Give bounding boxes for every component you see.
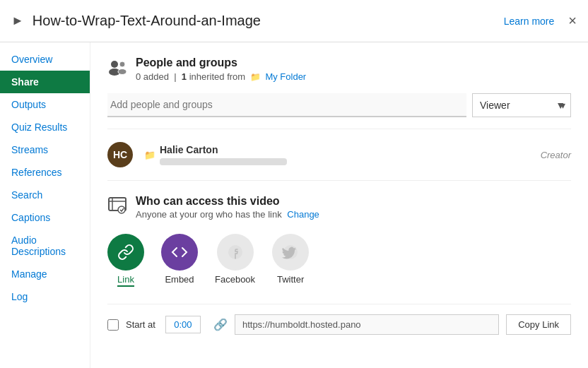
share-twitter-button[interactable]: Twitter — [272, 234, 309, 287]
embed-label: Embed — [165, 274, 194, 285]
sidebar-item-log[interactable]: Log — [0, 285, 90, 308]
sidebar: Overview Share Outputs Quiz Results Stre… — [0, 42, 90, 368]
user-folder-icon: 📁 — [144, 150, 155, 160]
divider-2 — [107, 180, 571, 181]
twitter-label: Twitter — [277, 274, 304, 285]
access-text: Who can access this video Anyone at your… — [136, 195, 319, 220]
access-change-link[interactable]: Change — [287, 209, 319, 220]
sidebar-item-quiz-results[interactable]: Quiz Results — [0, 116, 90, 138]
sidebar-item-audio-descriptions[interactable]: Audio Descriptions — [0, 229, 90, 263]
share-link-button[interactable]: Link — [107, 234, 144, 287]
user-name: Halie Carton — [160, 144, 541, 155]
page-title: How-to-Wrap-Text-Around-an-Image — [33, 13, 504, 29]
svg-point-2 — [119, 61, 125, 67]
svg-point-7 — [118, 206, 125, 213]
share-embed-button[interactable]: Embed — [161, 234, 198, 287]
avatar: HC — [107, 142, 133, 167]
people-header: People and groups 0 added | 1 inherited … — [107, 57, 571, 82]
sidebar-item-streams[interactable]: Streams — [0, 138, 90, 161]
share-facebook-button[interactable]: Facebook — [215, 234, 255, 287]
facebook-label: Facebook — [215, 274, 255, 285]
start-at-label: Start at — [126, 319, 155, 330]
main-content: People and groups 0 added | 1 inherited … — [90, 42, 588, 368]
add-people-row: Viewer Editor Creator ▼ — [107, 93, 571, 117]
folder-link[interactable]: My Folder — [265, 71, 306, 82]
twitter-icon-button[interactable] — [272, 234, 309, 271]
embed-icon-button[interactable] — [161, 234, 198, 271]
viewer-wrapper: Viewer Editor Creator ▼ — [472, 93, 571, 117]
header: ► How-to-Wrap-Text-Around-an-Image Learn… — [0, 0, 588, 42]
facebook-icon-button[interactable] — [217, 234, 254, 271]
people-title: People and groups — [136, 57, 306, 69]
link-icon-button[interactable] — [107, 234, 144, 271]
user-row: HC 📁 Halie Carton Creator — [107, 135, 571, 174]
access-section: Who can access this video Anyone at your… — [107, 195, 571, 335]
access-icon — [107, 196, 127, 219]
sidebar-item-share[interactable]: Share — [0, 71, 90, 93]
add-people-input[interactable] — [107, 93, 466, 117]
video-icon: ► — [11, 13, 24, 28]
user-role: Creator — [541, 150, 571, 160]
close-button[interactable]: × — [568, 13, 577, 29]
share-buttons: Link Embed — [107, 234, 571, 294]
sidebar-item-captions[interactable]: Captions — [0, 206, 90, 229]
copy-link-button[interactable]: Copy Link — [506, 314, 571, 335]
user-info: Halie Carton — [160, 144, 541, 165]
svg-point-3 — [118, 69, 127, 75]
sidebar-item-overview[interactable]: Overview — [0, 48, 90, 71]
inherited-count: 1 — [182, 71, 187, 82]
divider — [107, 129, 571, 129]
learn-more-link[interactable]: Learn more — [504, 16, 555, 27]
start-at-checkbox[interactable] — [107, 319, 119, 331]
link-label: Link — [117, 274, 134, 287]
user-email-placeholder — [160, 158, 287, 165]
inherited-from-label: inherited from — [189, 71, 248, 82]
folder-icon: 📁 — [250, 72, 261, 82]
access-desc: Anyone at your org who has the link Chan… — [136, 209, 319, 220]
sidebar-item-search[interactable]: Search — [0, 184, 90, 206]
content-area: Overview Share Outputs Quiz Results Stre… — [0, 42, 588, 368]
access-title: Who can access this video — [136, 195, 319, 208]
viewer-select[interactable]: Viewer Editor Creator — [472, 93, 571, 117]
access-header: Who can access this video Anyone at your… — [107, 195, 571, 220]
people-icon — [107, 59, 127, 80]
svg-point-0 — [111, 61, 118, 68]
sidebar-item-references[interactable]: References — [0, 161, 90, 184]
time-input[interactable]: 0:00 — [165, 316, 201, 333]
people-count: 0 added | 1 inherited from 📁 My Folder — [136, 71, 306, 82]
link-icon: 🔗 — [213, 318, 228, 331]
url-input[interactable] — [235, 314, 499, 335]
sidebar-item-manage[interactable]: Manage — [0, 263, 90, 285]
people-info: People and groups 0 added | 1 inherited … — [136, 57, 306, 82]
sidebar-item-outputs[interactable]: Outputs — [0, 93, 90, 116]
link-row: Start at 0:00 🔗 Copy Link — [107, 304, 571, 335]
added-count: 0 added — [136, 71, 169, 82]
